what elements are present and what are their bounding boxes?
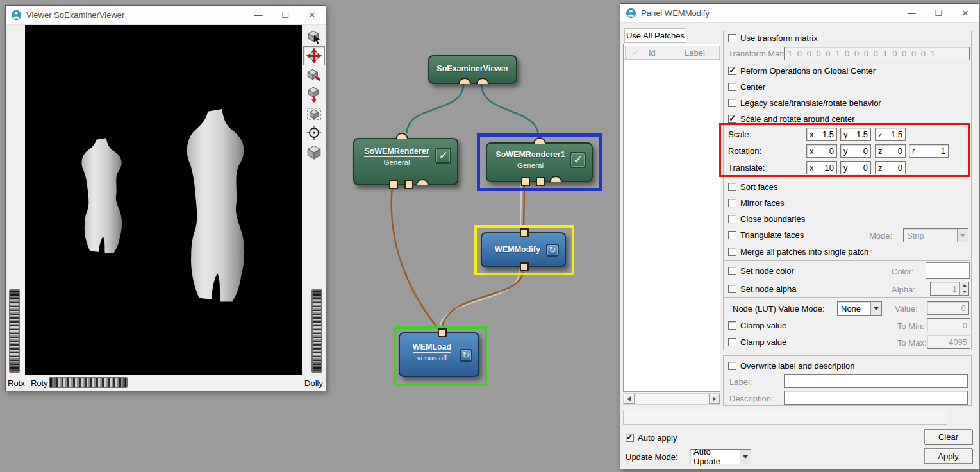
scene-input-connector[interactable] <box>458 78 471 84</box>
3d-viewport[interactable] <box>25 25 302 375</box>
sort-faces-row[interactable]: Sort faces <box>728 182 778 192</box>
crosshair-seek-icon[interactable] <box>303 123 325 142</box>
lut-mode-dropdown[interactable]: None <box>837 301 882 316</box>
rotation-r-field[interactable]: r1 <box>909 144 949 158</box>
examine-rotate-icon[interactable] <box>303 46 325 65</box>
rotation-y-field[interactable]: y0 <box>840 144 871 158</box>
maximize-icon[interactable]: ☐ <box>272 6 299 25</box>
wem-input-connector[interactable] <box>520 262 529 271</box>
pick-cursor-icon[interactable] <box>303 27 325 46</box>
scroll-right-icon[interactable] <box>709 394 720 404</box>
translate-y-field[interactable]: y0 <box>840 161 871 174</box>
view-all-icon[interactable] <box>303 104 325 123</box>
view-down-icon[interactable] <box>303 85 325 104</box>
maximize-icon[interactable]: ☐ <box>925 4 952 23</box>
node-enabled-checkbox[interactable]: ✓ <box>435 148 451 164</box>
auto-apply-row[interactable]: Auto apply <box>626 433 677 442</box>
perform-global-center-row[interactable]: Peform Operations on Global Center <box>728 66 876 76</box>
viewer-titlebar[interactable]: Viewer SoExaminerViewer — ☐ ✕ <box>6 6 326 25</box>
checkbox-icon[interactable] <box>626 434 634 442</box>
checkbox-icon[interactable] <box>728 215 736 223</box>
mirror-faces-row[interactable]: Mirror faces <box>728 198 785 208</box>
wem-input-connector[interactable] <box>536 177 545 186</box>
wem-output-connector[interactable] <box>520 228 529 237</box>
patches-table[interactable]: Id Label <box>623 44 720 392</box>
scroll-left-icon[interactable] <box>624 394 635 404</box>
checkbox-icon[interactable] <box>728 267 736 275</box>
update-mode-dropdown[interactable]: Auto Update <box>690 449 751 464</box>
close-icon[interactable]: ✕ <box>952 4 979 23</box>
scale-rotate-center-row[interactable]: Scale and rotate around center <box>728 114 855 124</box>
roty-thumbwheel[interactable] <box>49 377 128 388</box>
scene-connector[interactable] <box>416 179 429 185</box>
checkbox-icon[interactable] <box>728 285 736 293</box>
rotation-z-field[interactable]: z0 <box>875 144 906 158</box>
sort-column-header[interactable] <box>625 46 645 60</box>
rotation-x-field[interactable]: x0 <box>806 144 837 158</box>
spinner-icon[interactable] <box>959 282 968 295</box>
scene-connector[interactable] <box>549 176 562 182</box>
wem-input-connector[interactable] <box>521 177 530 186</box>
value-field[interactable]: 0 <box>927 301 969 315</box>
refresh-icon[interactable]: ↻ <box>546 244 559 257</box>
clamp-max-row[interactable]: Clamp value <box>728 337 786 347</box>
checkbox-icon[interactable] <box>728 321 736 330</box>
mode-dropdown[interactable]: Strip <box>903 228 968 242</box>
node-enabled-checkbox[interactable]: ✓ <box>570 152 586 168</box>
label-column-header[interactable]: Label <box>681 46 720 60</box>
node-soexaminerviewer[interactable]: SoExaminerViewer <box>428 55 517 84</box>
center-row[interactable]: Center <box>728 82 765 92</box>
rotx-thumbwheel[interactable] <box>9 289 20 373</box>
set-node-color-row[interactable]: Set node color <box>728 266 794 276</box>
checkbox-icon[interactable] <box>728 115 736 123</box>
table-horizontal-scrollbar[interactable] <box>623 393 720 405</box>
node-wemmodify[interactable]: WEMModify ↻ <box>481 232 566 267</box>
checkbox-icon[interactable] <box>728 183 736 191</box>
translate-x-field[interactable]: x10 <box>806 161 837 174</box>
alpha-field[interactable]: 1 <box>930 282 969 296</box>
perspective-cube-icon[interactable] <box>303 142 325 162</box>
wem-output-connector[interactable] <box>438 328 447 337</box>
apply-button[interactable]: Apply <box>924 448 972 464</box>
minimize-icon[interactable]: — <box>898 4 925 23</box>
triangulate-faces-row[interactable]: Triangulate faces <box>728 230 804 240</box>
checkbox-icon[interactable] <box>728 67 736 75</box>
checkbox-icon[interactable] <box>728 338 736 346</box>
overwrite-label-row[interactable]: Overwrite label and description <box>728 361 854 371</box>
use-all-patches-button[interactable]: Use All Patches <box>624 28 686 43</box>
scene-input-connector[interactable] <box>476 78 489 84</box>
wem-input-connector[interactable] <box>404 180 413 189</box>
wem-input-connector[interactable] <box>389 180 398 189</box>
translate-z-field[interactable]: z0 <box>875 161 906 174</box>
transform-matrix-field[interactable]: 1 0 0 0 0 1 0 0 0 0 1 0 0 0 0 1 <box>784 47 970 60</box>
legacy-behavior-row[interactable]: Legacy scale/translate/rotate behavior <box>728 98 881 108</box>
minimize-icon[interactable]: — <box>245 6 272 25</box>
node-sowemrenderer[interactable]: SoWEMRenderer General ✓ <box>353 138 458 185</box>
close-boundaries-row[interactable]: Close boundaries <box>728 214 805 224</box>
scale-y-field[interactable]: y1.5 <box>840 128 871 141</box>
clear-button[interactable]: Clear <box>924 429 972 444</box>
color-swatch[interactable] <box>926 262 970 278</box>
to-max-field[interactable]: 4095 <box>927 335 970 349</box>
use-transform-matrix-row[interactable]: Use transform matrix <box>728 33 818 43</box>
checkbox-icon[interactable] <box>728 231 736 239</box>
checkbox-icon[interactable] <box>728 362 736 370</box>
to-min-field[interactable]: 0 <box>927 318 970 332</box>
checkbox-icon[interactable] <box>728 83 736 91</box>
close-icon[interactable]: ✕ <box>299 6 326 25</box>
dolly-thumbwheel[interactable] <box>311 289 322 373</box>
node-wemload[interactable]: WEMLoad venus.off ↻ <box>399 332 479 377</box>
checkbox-icon[interactable] <box>728 199 736 207</box>
label-field[interactable] <box>784 374 968 388</box>
clamp-min-row[interactable]: Clamp value <box>728 321 786 330</box>
checkbox-icon[interactable] <box>728 248 736 256</box>
id-column-header[interactable]: Id <box>645 46 681 60</box>
node-sowemrenderer1[interactable]: SoWEMRenderer1 General ✓ <box>486 142 593 182</box>
scale-z-field[interactable]: z1.5 <box>875 128 906 141</box>
refresh-icon[interactable]: ↻ <box>460 349 472 362</box>
checkbox-icon[interactable] <box>728 34 736 42</box>
description-field[interactable] <box>784 391 968 405</box>
checkbox-icon[interactable] <box>728 99 736 107</box>
merge-patches-row[interactable]: Merge all patches into single patch <box>728 247 868 257</box>
scale-x-field[interactable]: x1.5 <box>806 128 837 141</box>
